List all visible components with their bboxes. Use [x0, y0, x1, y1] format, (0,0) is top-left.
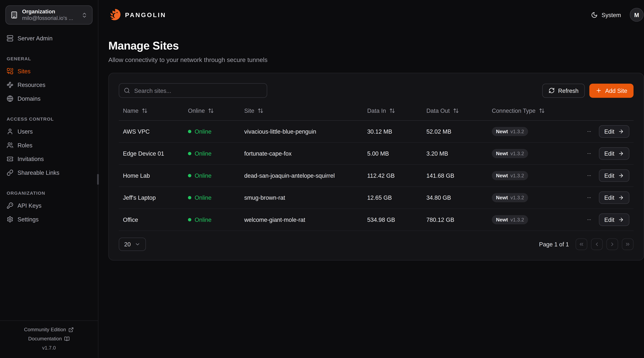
column-sort-control[interactable]: Data Out: [426, 107, 459, 114]
sidebar-item-settings[interactable]: Settings: [7, 212, 91, 226]
page-size-select[interactable]: 20: [119, 238, 146, 251]
column-sort-control[interactable]: Data In: [367, 107, 395, 114]
documentation-link[interactable]: Documentation: [5, 334, 93, 344]
brand-name: PANGOLIN: [125, 11, 166, 18]
arrow-right-icon: [618, 217, 624, 223]
add-site-label: Add Site: [605, 87, 627, 94]
sidebar-item-users[interactable]: Users: [7, 125, 91, 138]
avatar[interactable]: M: [630, 8, 644, 22]
sidebar-nav: Server Admin GENERAL Sites Resources Dom…: [0, 27, 98, 226]
table-row[interactable]: Home Lab Online dead-san-joaquin-antelop…: [119, 165, 634, 187]
sidebar-item-label: Server Admin: [18, 35, 52, 41]
table-body: AWS VPC Online vivacious-little-blue-pen…: [119, 121, 634, 231]
search-input[interactable]: [119, 83, 267, 98]
add-site-button[interactable]: Add Site: [590, 83, 634, 98]
users-icon: [7, 142, 14, 148]
row-menu-button[interactable]: [587, 128, 591, 135]
chevrons-left-icon: [578, 241, 584, 247]
row-menu-button[interactable]: [587, 150, 591, 157]
edit-button[interactable]: Edit: [599, 213, 630, 226]
row-menu-button[interactable]: [587, 194, 591, 201]
cell-data-in: 12.65 GB: [363, 186, 422, 209]
column-sort-control[interactable]: Site: [244, 107, 264, 114]
ticket-check-icon: [7, 156, 14, 162]
cell-online: Online: [184, 186, 240, 209]
column-sort-control[interactable]: Name: [123, 107, 148, 114]
edit-button[interactable]: Edit: [599, 191, 630, 204]
refresh-button[interactable]: Refresh: [542, 83, 585, 98]
main-content: PANGOLIN System M Manage Sites Allow con…: [99, 0, 644, 358]
server-icon: [7, 35, 14, 41]
edit-button[interactable]: Edit: [599, 147, 630, 160]
connection-type-name: Newt: [496, 129, 508, 134]
cell-actions: Edit: [583, 186, 634, 209]
sidebar-item-resources[interactable]: Resources: [7, 78, 91, 92]
topbar: PANGOLIN System M: [99, 0, 644, 29]
sidebar-item-api-keys[interactable]: API Keys: [7, 198, 91, 212]
column-header-actions: [583, 104, 634, 121]
brand[interactable]: PANGOLIN: [108, 8, 166, 21]
cell-online: Online: [184, 121, 240, 143]
theme-toggle[interactable]: System: [591, 11, 621, 18]
sidebar-resize-handle[interactable]: [97, 174, 99, 185]
cell-data-in: 30.12 MB: [363, 121, 422, 143]
community-edition-link[interactable]: Community Edition: [5, 325, 93, 334]
sidebar-item-roles[interactable]: Roles: [7, 138, 91, 152]
search-icon: [124, 87, 130, 94]
table-row[interactable]: Office Online welcome-giant-mole-rat 534…: [119, 209, 634, 231]
edit-button[interactable]: Edit: [599, 169, 630, 182]
online-status-label: Online: [194, 216, 212, 223]
column-sort-control[interactable]: Online: [188, 107, 214, 114]
sidebar-item-label: Users: [18, 128, 33, 135]
community-edition-label: Community Edition: [24, 327, 66, 333]
card-toolbar: Refresh Add Site: [109, 73, 644, 98]
first-page-button[interactable]: [576, 238, 587, 250]
connection-type-version: v1.3.2: [510, 129, 524, 134]
connection-type-name: Newt: [496, 217, 508, 223]
previous-page-button[interactable]: [591, 238, 603, 250]
arrow-right-icon: [618, 129, 624, 134]
column-sort-control[interactable]: Connection Type: [492, 107, 544, 114]
last-page-button[interactable]: [622, 238, 634, 250]
avatar-initial: M: [634, 11, 639, 18]
app-version: v1.7.0: [5, 344, 93, 353]
sidebar: Organization milo@fossorial.io's ... Ser…: [0, 0, 98, 358]
moon-icon: [591, 11, 598, 18]
chevron-down-icon: [134, 241, 140, 247]
refresh-label: Refresh: [558, 87, 578, 94]
sites-table-wrap: NameOnlineSiteData InData OutConnection …: [109, 98, 644, 231]
key-icon: [7, 202, 14, 209]
sidebar-item-label: Resources: [18, 81, 46, 88]
cell-name: Jeff's Laptop: [119, 186, 184, 209]
online-status-label: Online: [194, 128, 212, 135]
chevrons-up-down-icon: [81, 12, 88, 18]
table-row[interactable]: AWS VPC Online vivacious-little-blue-pen…: [119, 121, 634, 143]
cell-site: dead-san-joaquin-antelope-squirrel: [240, 165, 363, 187]
pangolin-logo: [108, 8, 121, 21]
cell-connection-type: Newt v1.3.2: [488, 143, 583, 165]
sidebar-item-server-admin[interactable]: Server Admin: [7, 31, 91, 45]
cell-data-out: 34.80 GB: [422, 186, 488, 209]
row-menu-button[interactable]: [587, 216, 591, 223]
sidebar-item-domains[interactable]: Domains: [7, 92, 91, 105]
sidebar-item-label: Settings: [18, 216, 39, 222]
row-menu-button[interactable]: [587, 172, 591, 179]
chevron-right-icon: [609, 241, 615, 247]
cell-online: Online: [184, 143, 240, 165]
sidebar-group-label: GENERAL: [7, 56, 91, 61]
connection-type-name: Newt: [496, 151, 508, 156]
edit-button[interactable]: Edit: [599, 125, 630, 138]
sidebar-item-shareable-links[interactable]: Shareable Links: [7, 166, 91, 179]
edit-label: Edit: [604, 128, 614, 135]
pager: Page 1 of 1: [539, 238, 634, 250]
next-page-button[interactable]: [606, 238, 618, 250]
sidebar-item-sites[interactable]: Sites: [7, 64, 91, 78]
table-row[interactable]: Edge Device 01 Online fortunate-cape-fox…: [119, 143, 634, 165]
sidebar-item-invitations[interactable]: Invitations: [7, 152, 91, 166]
connection-type-version: v1.3.2: [510, 217, 524, 223]
cell-name: Home Lab: [119, 165, 184, 187]
table-row[interactable]: Jeff's Laptop Online smug-brown-rat 12.6…: [119, 186, 634, 209]
arrow-right-icon: [618, 151, 624, 156]
org-switcher[interactable]: Organization milo@fossorial.io's ...: [6, 5, 92, 24]
cell-data-out: 780.12 GB: [422, 209, 488, 231]
